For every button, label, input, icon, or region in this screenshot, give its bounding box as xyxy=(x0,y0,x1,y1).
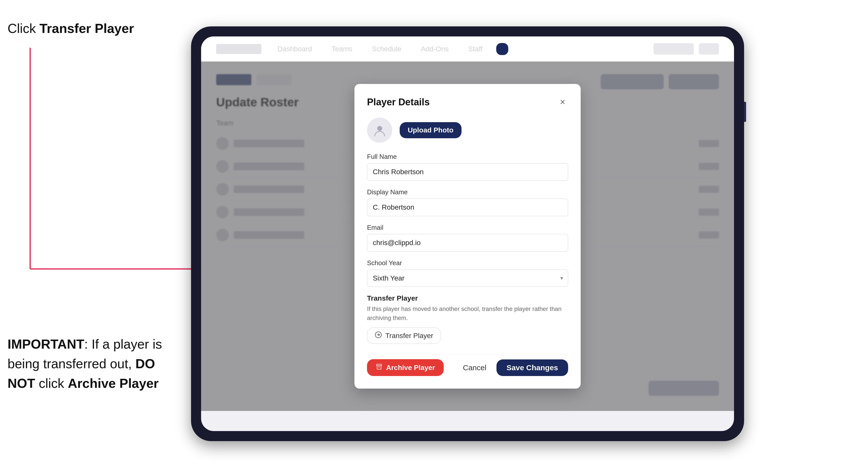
modal-title: Player Details xyxy=(367,97,430,107)
close-icon: × xyxy=(560,97,565,107)
school-year-group: School Year First Year Second Year Third… xyxy=(367,259,568,287)
email-input[interactable] xyxy=(367,234,568,252)
instruction-prefix: Click xyxy=(7,21,39,36)
full-name-group: Full Name xyxy=(367,153,568,181)
app-actions xyxy=(654,43,719,55)
nav-addons[interactable]: Add-Ons xyxy=(415,43,455,55)
transfer-description: If this player has moved to another scho… xyxy=(367,304,568,322)
footer-right: Cancel Save Changes xyxy=(458,360,568,376)
cancel-button[interactable]: Cancel xyxy=(458,360,491,376)
nav-dashboard[interactable]: Dashboard xyxy=(272,43,318,55)
tablet-power-button xyxy=(744,102,746,122)
school-year-select-wrapper: First Year Second Year Third Year Fourth… xyxy=(367,270,568,287)
nav-active[interactable] xyxy=(496,43,508,55)
display-name-label: Display Name xyxy=(367,188,568,196)
school-year-select[interactable]: First Year Second Year Third Year Fourth… xyxy=(367,270,568,287)
player-details-modal: Player Details × Upload xyxy=(354,84,581,388)
person-icon xyxy=(373,123,386,137)
full-name-input[interactable] xyxy=(367,163,568,181)
instruction-bold: Transfer Player xyxy=(39,21,134,36)
display-name-group: Display Name xyxy=(367,188,568,216)
transfer-player-label: Transfer Player xyxy=(385,332,433,340)
transfer-section: Transfer Player If this player has moved… xyxy=(367,294,568,344)
transfer-icon xyxy=(375,331,382,340)
archive-player-label: Archive Player xyxy=(386,364,435,372)
archive-player-button[interactable]: Archive Player xyxy=(367,359,444,376)
school-year-label: School Year xyxy=(367,259,568,267)
content-area: Update Roster Team xyxy=(201,62,734,411)
app-nav: Dashboard Teams Schedule Add-Ons Staff xyxy=(272,43,644,55)
instruction-archive-ref: Archive Player xyxy=(68,376,159,391)
app-logo xyxy=(216,44,261,54)
save-changes-button[interactable]: Save Changes xyxy=(496,360,568,376)
modal-footer: Archive Player Cancel Save Changes xyxy=(367,354,568,376)
modal-overlay: Player Details × Upload xyxy=(201,62,734,411)
email-group: Email xyxy=(367,224,568,252)
svg-point-3 xyxy=(377,126,382,131)
transfer-player-button[interactable]: Transfer Player xyxy=(367,328,441,344)
avatar-circle xyxy=(367,118,392,143)
photo-upload-row: Upload Photo xyxy=(367,118,568,143)
display-name-input[interactable] xyxy=(367,198,568,216)
instruction-bottom: IMPORTANT: If a player isbeing transferr… xyxy=(7,334,162,393)
instruction-important: IMPORTANT xyxy=(7,337,84,351)
nav-schedule[interactable]: Schedule xyxy=(366,43,407,55)
app-bar: Dashboard Teams Schedule Add-Ons Staff xyxy=(201,36,734,62)
modal-close-button[interactable]: × xyxy=(557,96,568,107)
upload-photo-button[interactable]: Upload Photo xyxy=(400,122,462,138)
instruction-click: click xyxy=(35,376,68,391)
nav-teams[interactable]: Teams xyxy=(326,43,358,55)
app-action-2 xyxy=(699,43,719,55)
full-name-label: Full Name xyxy=(367,153,568,161)
nav-staff[interactable]: Staff xyxy=(462,43,489,55)
modal-header: Player Details × xyxy=(367,96,568,107)
transfer-section-title: Transfer Player xyxy=(367,294,568,302)
instruction-top: Click Transfer Player xyxy=(7,20,134,37)
tablet-device: Dashboard Teams Schedule Add-Ons Staff xyxy=(191,26,744,441)
email-label: Email xyxy=(367,224,568,231)
app-action-1 xyxy=(654,43,694,55)
archive-icon xyxy=(376,363,382,372)
svg-rect-5 xyxy=(377,364,381,366)
tablet-screen: Dashboard Teams Schedule Add-Ons Staff xyxy=(201,36,734,431)
